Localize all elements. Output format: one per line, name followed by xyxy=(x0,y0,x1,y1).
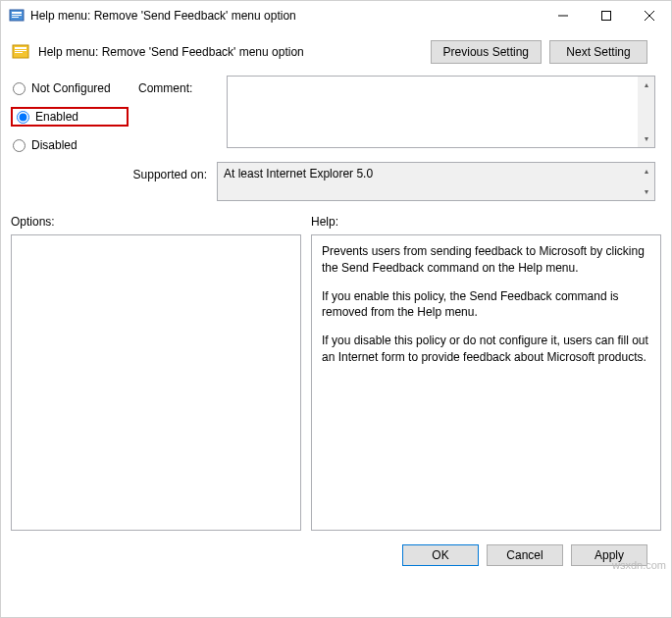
next-setting-button[interactable]: Next Setting xyxy=(549,40,647,64)
scroll-up-icon[interactable]: ▴ xyxy=(638,77,654,93)
help-panel: Prevents users from sending feedback to … xyxy=(311,234,661,531)
svg-rect-5 xyxy=(602,12,611,21)
help-text-2: If you enable this policy, the Send Feed… xyxy=(322,288,650,322)
supported-section: Supported on: At least Internet Explorer… xyxy=(1,154,671,201)
comment-label: Comment: xyxy=(138,76,217,154)
app-icon xyxy=(9,8,25,24)
radio-group: Not Configured Enabled Disabled xyxy=(11,76,129,154)
config-section: Not Configured Enabled Disabled Comment:… xyxy=(1,70,671,154)
radio-enabled-label: Enabled xyxy=(35,110,78,124)
watermark: wsxdn.com xyxy=(612,559,666,571)
radio-not-configured-label: Not Configured xyxy=(31,81,111,95)
radio-not-configured-input[interactable] xyxy=(13,82,26,95)
svg-rect-3 xyxy=(12,17,19,18)
window-title: Help menu: Remove 'Send Feedback' menu o… xyxy=(30,9,542,23)
svg-rect-10 xyxy=(15,50,26,51)
svg-rect-1 xyxy=(12,12,22,14)
minimize-button[interactable] xyxy=(542,1,585,30)
radio-disabled-input[interactable] xyxy=(13,139,26,152)
comment-textarea[interactable]: ▴ ▾ xyxy=(227,76,655,148)
radio-enabled-input[interactable] xyxy=(17,111,29,124)
supported-box: At least Internet Explorer 5.0 ▴ ▾ xyxy=(217,162,655,201)
comment-scrollbar[interactable]: ▴ ▾ xyxy=(638,77,654,147)
middle-section: Options: Help: Prevents users from sendi… xyxy=(1,201,671,535)
svg-rect-11 xyxy=(15,52,23,53)
maximize-button[interactable] xyxy=(585,1,628,30)
header: Help menu: Remove 'Send Feedback' menu o… xyxy=(1,30,671,70)
supported-scrollbar[interactable]: ▴ ▾ xyxy=(638,163,654,200)
help-label: Help: xyxy=(311,215,661,229)
radio-enabled[interactable]: Enabled xyxy=(11,107,129,127)
radio-disabled-label: Disabled xyxy=(31,138,78,152)
titlebar: Help menu: Remove 'Send Feedback' menu o… xyxy=(1,1,671,30)
svg-rect-9 xyxy=(15,47,26,49)
footer: OK Cancel Apply xyxy=(1,535,671,580)
header-title: Help menu: Remove 'Send Feedback' menu o… xyxy=(38,45,423,59)
supported-label: Supported on: xyxy=(11,162,207,181)
radio-disabled[interactable]: Disabled xyxy=(11,136,129,154)
scroll-down-icon[interactable]: ▾ xyxy=(638,130,654,147)
scroll-up-icon[interactable]: ▴ xyxy=(638,163,654,180)
radio-not-configured[interactable]: Not Configured xyxy=(11,79,129,97)
help-text-3: If you disable this policy or do not con… xyxy=(322,333,650,366)
svg-rect-8 xyxy=(13,45,28,58)
previous-setting-button[interactable]: Previous Setting xyxy=(431,40,542,64)
svg-rect-2 xyxy=(12,15,22,16)
options-label: Options: xyxy=(11,215,301,229)
supported-value: At least Internet Explorer 5.0 xyxy=(224,167,373,180)
close-button[interactable] xyxy=(628,1,671,30)
options-panel xyxy=(11,234,301,531)
scroll-down-icon[interactable]: ▾ xyxy=(638,183,654,200)
policy-icon xyxy=(11,42,30,62)
help-text-1: Prevents users from sending feedback to … xyxy=(322,243,650,277)
cancel-button[interactable]: Cancel xyxy=(487,544,563,566)
ok-button[interactable]: OK xyxy=(402,544,479,566)
